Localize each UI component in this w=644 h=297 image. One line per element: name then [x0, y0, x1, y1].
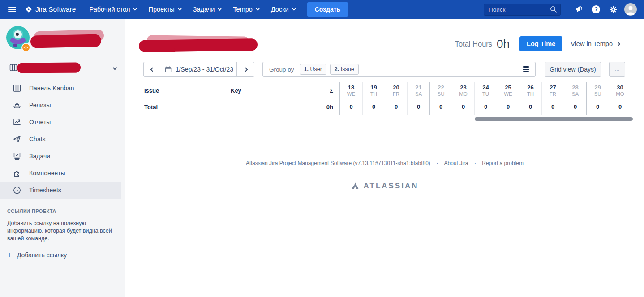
- day-total-cell: 0: [564, 99, 586, 115]
- nav-item-projects[interactable]: Проекты: [142, 0, 186, 19]
- log-time-button[interactable]: Log Time: [519, 36, 562, 51]
- footer-divider: [125, 149, 644, 149]
- project-links-description: Добавить ссылку на полезную информацию, …: [7, 220, 116, 242]
- jira-diamond-icon: [25, 6, 32, 13]
- sidebar-item-reports[interactable]: Отчеты: [0, 114, 125, 131]
- footer-version-text: Atlassian Jira Project Management Softwa…: [246, 160, 430, 166]
- date-range-button[interactable]: 1/Sep/23 - 31/Oct/23: [161, 62, 237, 76]
- day-columns-totals: 0000000000000: [339, 99, 631, 115]
- nav-item-issues[interactable]: Задачи: [187, 0, 227, 19]
- sidebar-item-components[interactable]: Компоненты: [0, 165, 125, 182]
- total-sum-value: 0h: [300, 99, 339, 115]
- prev-period-button[interactable]: [144, 62, 161, 76]
- day-total-cell: 0: [452, 99, 474, 115]
- calendar-icon: [164, 66, 172, 73]
- sidebar-item-chats[interactable]: Chats: [0, 131, 125, 148]
- paper-plane-icon: [13, 135, 21, 144]
- ship-icon: [13, 101, 21, 110]
- day-column-header: 22SU: [429, 82, 452, 99]
- person-icon: [624, 3, 637, 16]
- day-total-cell: 0: [586, 99, 609, 115]
- day-total-cell: 0: [362, 99, 385, 115]
- project-links-header: ССЫЛКИ ПРОЕКТА: [7, 208, 56, 214]
- table-total-row: Total 0h 0000000000000: [134, 99, 638, 115]
- clock-icon: [13, 186, 21, 195]
- more-options-button[interactable]: ...: [609, 62, 625, 77]
- report-problem-link[interactable]: Report a problem: [482, 160, 524, 166]
- page-title-redacted: [139, 35, 262, 53]
- software-project-badge-icon: <>: [21, 43, 30, 52]
- day-column-header: 26TH: [519, 82, 541, 99]
- footer: Atlassian Jira Project Management Softwa…: [125, 160, 644, 166]
- day-total-cell: 0: [519, 99, 541, 115]
- chevron-left-icon: [150, 67, 155, 72]
- search-icon[interactable]: [550, 5, 558, 13]
- board-selector[interactable]: [0, 60, 125, 76]
- chevron-down-icon: [218, 7, 222, 10]
- total-label: Total: [134, 99, 231, 115]
- jira-logo-text: Jira Software: [35, 5, 76, 13]
- timesheet-table: Issue Key Σ 18WE19TH20FR21SA22SU23MO24TU…: [134, 82, 638, 115]
- day-column-header: 20FR: [385, 82, 407, 99]
- table-header-row: Issue Key Σ 18WE19TH20FR21SA22SU23MO24TU…: [134, 82, 638, 99]
- total-hours-value: 0h: [497, 37, 510, 51]
- announcements-icon[interactable]: [571, 5, 588, 14]
- group-by-label: Group by: [269, 66, 294, 73]
- day-column-header: 23MO: [452, 82, 474, 99]
- atlassian-logo: ATLASSIAN: [125, 182, 644, 191]
- column-header-key: Key: [231, 82, 300, 99]
- sidebar-item-releases[interactable]: Релизы: [0, 97, 125, 114]
- help-icon[interactable]: ?: [588, 5, 605, 13]
- atlassian-wordmark: ATLASSIAN: [363, 182, 418, 191]
- search-box: [484, 4, 561, 16]
- sidebar-nav: Панель Kanban Релизы Отчеты Chats З: [0, 80, 125, 199]
- group-chip-user[interactable]: 1. User: [300, 64, 326, 75]
- grid-view-button[interactable]: Grid view (Days): [545, 62, 601, 77]
- jira-logo[interactable]: Jira Software: [25, 5, 76, 13]
- day-total-cell: 0: [407, 99, 429, 115]
- list-menu-icon[interactable]: [523, 66, 529, 72]
- day-column-header: 18WE: [340, 82, 362, 99]
- day-total-cell: 0: [541, 99, 564, 115]
- day-column-header: 24TU: [474, 82, 497, 99]
- day-total-cell: 0: [497, 99, 519, 115]
- user-avatar[interactable]: [624, 3, 637, 16]
- component-icon: [13, 169, 21, 178]
- chevron-down-icon: [256, 7, 259, 10]
- project-sidebar: <> Панель Kanban Релизы: [0, 19, 125, 297]
- project-name-redacted: [30, 30, 106, 51]
- column-header-issue: Issue: [134, 82, 231, 99]
- plus-icon: +: [7, 250, 12, 259]
- navbar-right: ?: [484, 3, 637, 16]
- navbar-menu: Рабочий стол Проекты Задачи Tempo Доски: [83, 0, 301, 19]
- table-filler: [631, 82, 638, 99]
- day-total-cell: 0: [609, 99, 631, 115]
- chevron-right-icon: [616, 42, 621, 46]
- gear-icon[interactable]: [605, 5, 622, 14]
- hamburger-menu-icon[interactable]: [8, 7, 16, 12]
- nav-item-boards[interactable]: Доски: [265, 0, 301, 19]
- issues-icon: [13, 152, 21, 161]
- next-period-button[interactable]: [237, 62, 254, 76]
- horizontal-scrollbar[interactable]: [475, 117, 633, 121]
- group-chip-issue[interactable]: 2. Issue: [330, 64, 359, 75]
- chevron-down-icon: [133, 7, 137, 10]
- about-jira-link[interactable]: About Jira: [444, 160, 468, 166]
- day-total-cell: 0: [429, 99, 452, 115]
- sidebar-item-kanban-board[interactable]: Панель Kanban: [0, 80, 125, 97]
- add-link-button[interactable]: + Добавить ссылку: [7, 250, 67, 259]
- column-header-sum: Σ: [300, 82, 339, 99]
- day-total-cell: 0: [340, 99, 362, 115]
- chart-icon: [13, 118, 21, 127]
- day-column-header: 19TH: [362, 82, 385, 99]
- nav-item-tempo[interactable]: Tempo: [227, 0, 265, 19]
- chevron-down-icon: [178, 7, 181, 10]
- view-in-tempo-link[interactable]: View in Tempo: [571, 40, 620, 47]
- day-column-header: 29SU: [586, 82, 609, 99]
- nav-item-dashboard[interactable]: Рабочий стол: [83, 0, 142, 19]
- create-button[interactable]: Создать: [307, 2, 348, 17]
- day-column-header: 27FR: [541, 82, 564, 99]
- sidebar-item-issues[interactable]: Задачи: [0, 148, 125, 165]
- day-column-header: 21SA: [407, 82, 429, 99]
- sidebar-item-timesheets[interactable]: Timesheets: [0, 182, 121, 199]
